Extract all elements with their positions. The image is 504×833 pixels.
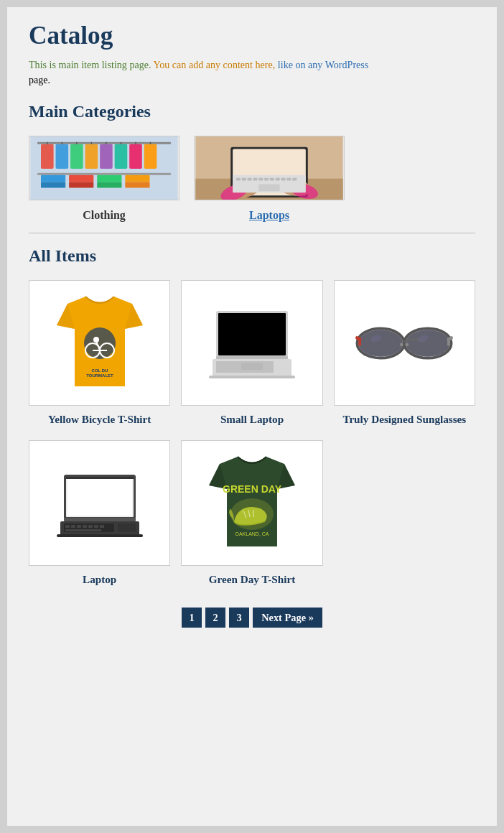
svg-rect-88 — [94, 525, 98, 528]
category-item-laptops[interactable]: Laptops — [194, 136, 345, 222]
svg-rect-44 — [281, 178, 286, 181]
svg-rect-11 — [41, 175, 65, 182]
yellow-tshirt-image: COL DU TOURMALET — [29, 280, 170, 406]
all-items-title: All Items — [29, 246, 475, 266]
svg-text:TOURMALET: TOURMALET — [86, 373, 113, 378]
svg-rect-7 — [115, 144, 128, 169]
pagination: 1 2 3 Next Page » — [29, 608, 475, 628]
all-items-section: All Items — [29, 246, 475, 586]
svg-rect-40 — [258, 178, 263, 181]
small-laptop-label: Small Laptop — [220, 413, 284, 426]
svg-rect-6 — [100, 144, 113, 169]
next-page-button[interactable]: Next Page » — [253, 608, 322, 628]
svg-rect-15 — [97, 175, 121, 182]
svg-rect-4 — [70, 144, 83, 169]
svg-rect-5 — [85, 144, 98, 169]
sunglasses-image — [334, 280, 475, 406]
svg-rect-83 — [65, 525, 70, 528]
item-card-sunglasses[interactable]: Truly Designed Sunglasses — [334, 280, 475, 426]
svg-text:OAKLAND, CA: OAKLAND, CA — [235, 531, 269, 536]
svg-rect-38 — [248, 178, 252, 181]
svg-point-65 — [359, 330, 403, 357]
intro-part4: page. — [29, 74, 50, 85]
intro-part3-link[interactable]: like on any WordPress — [278, 59, 368, 70]
categories-title: Main Categories — [29, 102, 475, 121]
section-divider — [29, 233, 475, 233]
categories-section: Main Categories — [29, 102, 475, 222]
item-card-small-laptop[interactable]: Small Laptop — [181, 280, 322, 426]
svg-rect-91 — [118, 523, 136, 532]
items-top-grid: COL DU TOURMALET Yellow Bicycle T-Shirt — [29, 280, 475, 426]
svg-rect-43 — [276, 178, 280, 181]
svg-rect-17 — [125, 175, 149, 182]
svg-rect-37 — [242, 178, 246, 181]
svg-rect-62 — [241, 363, 263, 370]
page-3-button[interactable]: 3 — [229, 608, 249, 628]
svg-rect-18 — [125, 182, 149, 188]
greenday-tshirt-label: Green Day T-Shirt — [209, 573, 295, 586]
laptop-label: Laptop — [83, 573, 116, 586]
svg-point-53 — [93, 337, 99, 343]
small-laptop-image — [181, 280, 322, 406]
svg-rect-41 — [264, 178, 269, 181]
svg-rect-92 — [57, 534, 143, 537]
svg-rect-79 — [66, 477, 134, 479]
svg-rect-16 — [97, 182, 121, 188]
svg-rect-3 — [56, 144, 69, 169]
svg-rect-63 — [209, 376, 295, 378]
svg-rect-9 — [144, 144, 157, 169]
svg-text:COL DU: COL DU — [91, 368, 108, 373]
item-card-yellow-tshirt[interactable]: COL DU TOURMALET Yellow Bicycle T-Shirt — [29, 280, 170, 426]
greenday-tshirt-image: GREEN DAY OAKLAND, CA — [181, 440, 322, 566]
page-2-button[interactable]: 2 — [205, 608, 225, 628]
intro-part2: You can add any content here, — [153, 59, 275, 70]
svg-rect-14 — [69, 182, 93, 188]
svg-rect-36 — [236, 178, 241, 181]
svg-rect-10 — [37, 173, 171, 175]
svg-point-48 — [84, 327, 116, 359]
svg-point-74 — [400, 343, 403, 346]
laptops-image-box — [194, 136, 345, 200]
page-title: Catalog — [29, 22, 475, 50]
item-card-laptop[interactable]: Laptop — [29, 440, 170, 586]
intro-part1: This is main item listing page. — [29, 59, 151, 70]
laptop-image — [29, 440, 170, 566]
empty-slot — [334, 440, 475, 586]
svg-rect-86 — [83, 525, 87, 528]
svg-rect-12 — [41, 182, 65, 188]
svg-point-75 — [406, 343, 409, 346]
yellow-tshirt-label: Yellow Bicycle T-Shirt — [48, 413, 151, 426]
svg-point-67 — [406, 330, 450, 357]
intro-paragraph: This is main item listing page. You can … — [29, 57, 475, 88]
item-card-greenday-tshirt[interactable]: GREEN DAY OAKLAND, CA — [181, 440, 322, 586]
svg-rect-78 — [67, 478, 132, 516]
svg-rect-47 — [258, 185, 279, 192]
svg-rect-8 — [129, 144, 142, 169]
svg-rect-90 — [65, 529, 101, 531]
page-container: Catalog This is main item listing page. … — [7, 7, 497, 826]
svg-rect-39 — [253, 178, 258, 181]
svg-rect-87 — [88, 525, 93, 528]
svg-rect-2 — [41, 144, 54, 169]
svg-rect-13 — [69, 175, 93, 182]
svg-rect-42 — [270, 178, 274, 181]
svg-rect-59 — [216, 356, 288, 359]
clothing-image-box — [29, 136, 179, 200]
svg-rect-85 — [77, 525, 81, 528]
svg-rect-45 — [286, 178, 291, 181]
sunglasses-label: Truly Designed Sunglasses — [342, 413, 466, 426]
category-item-clothing[interactable]: Clothing — [29, 136, 179, 222]
clothing-label: Clothing — [83, 209, 126, 222]
svg-rect-89 — [100, 525, 104, 528]
svg-rect-80 — [64, 518, 136, 521]
svg-text:GREEN DAY: GREEN DAY — [223, 483, 282, 495]
items-bottom-grid: Laptop GREEN DAY — [29, 440, 475, 586]
svg-rect-46 — [292, 178, 297, 181]
categories-grid: Clothing — [29, 136, 475, 222]
page-1-button[interactable]: 1 — [182, 608, 202, 628]
svg-rect-84 — [71, 525, 75, 528]
svg-rect-58 — [218, 313, 286, 355]
laptops-label[interactable]: Laptops — [249, 209, 289, 222]
